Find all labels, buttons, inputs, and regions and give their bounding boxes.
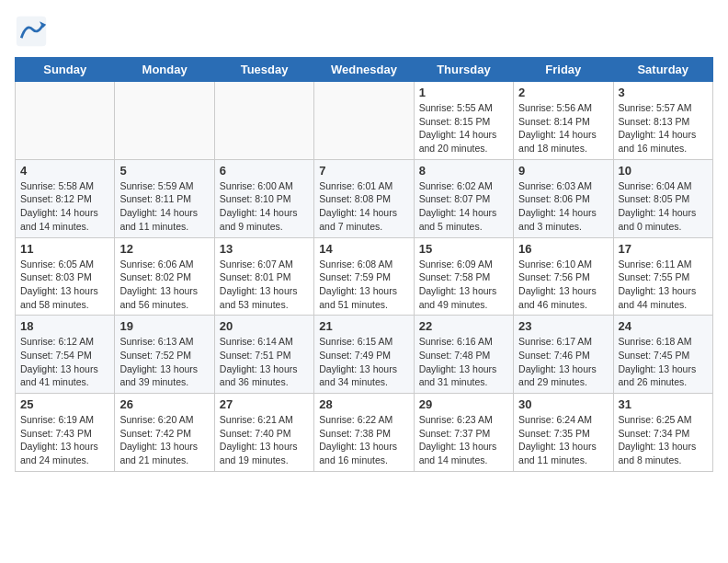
day-number-29: 29 xyxy=(419,397,508,411)
day-info-12: Sunrise: 6:06 AM Sunset: 8:02 PM Dayligh… xyxy=(119,258,209,312)
day-info-25: Sunrise: 6:19 AM Sunset: 7:43 PM Dayligh… xyxy=(20,413,109,467)
day-number-11: 11 xyxy=(20,242,109,256)
day-cell-17: 17Sunrise: 6:11 AM Sunset: 7:55 PM Dayli… xyxy=(613,237,712,316)
day-number-13: 13 xyxy=(220,242,309,256)
day-cell-7: 7Sunrise: 6:01 AM Sunset: 8:08 PM Daylig… xyxy=(314,159,414,237)
day-number-30: 30 xyxy=(518,397,608,411)
empty-cell xyxy=(214,82,313,160)
day-number-27: 27 xyxy=(220,397,309,411)
day-cell-30: 30Sunrise: 6:24 AM Sunset: 7:35 PM Dayli… xyxy=(514,394,613,472)
day-number-22: 22 xyxy=(419,319,508,333)
empty-cell xyxy=(314,82,414,160)
logo xyxy=(15,15,51,48)
day-number-16: 16 xyxy=(518,242,608,256)
weekday-wednesday: Wednesday xyxy=(314,58,414,82)
day-info-28: Sunrise: 6:22 AM Sunset: 7:38 PM Dayligh… xyxy=(319,413,408,467)
week-row-4: 18Sunrise: 6:12 AM Sunset: 7:54 PM Dayli… xyxy=(16,316,713,394)
day-cell-14: 14Sunrise: 6:08 AM Sunset: 7:59 PM Dayli… xyxy=(314,237,414,316)
week-row-1: 1Sunrise: 5:55 AM Sunset: 8:15 PM Daylig… xyxy=(16,82,713,160)
day-info-15: Sunrise: 6:09 AM Sunset: 7:58 PM Dayligh… xyxy=(419,258,508,312)
day-info-10: Sunrise: 6:04 AM Sunset: 8:05 PM Dayligh… xyxy=(619,179,708,234)
day-cell-10: 10Sunrise: 6:04 AM Sunset: 8:05 PM Dayli… xyxy=(613,159,712,237)
day-info-17: Sunrise: 6:11 AM Sunset: 7:55 PM Dayligh… xyxy=(619,258,708,312)
day-number-3: 3 xyxy=(619,86,708,99)
day-info-8: Sunrise: 6:02 AM Sunset: 8:07 PM Dayligh… xyxy=(419,179,508,234)
day-number-21: 21 xyxy=(319,319,408,333)
day-cell-8: 8Sunrise: 6:02 AM Sunset: 8:07 PM Daylig… xyxy=(414,159,513,237)
day-cell-24: 24Sunrise: 6:18 AM Sunset: 7:45 PM Dayli… xyxy=(613,316,712,394)
day-number-8: 8 xyxy=(419,164,508,178)
day-info-31: Sunrise: 6:25 AM Sunset: 7:34 PM Dayligh… xyxy=(619,413,708,467)
day-cell-13: 13Sunrise: 6:07 AM Sunset: 8:01 PM Dayli… xyxy=(214,237,313,316)
day-cell-3: 3Sunrise: 5:57 AM Sunset: 8:13 PM Daylig… xyxy=(613,82,712,160)
day-info-9: Sunrise: 6:03 AM Sunset: 8:06 PM Dayligh… xyxy=(518,179,608,234)
day-info-13: Sunrise: 6:07 AM Sunset: 8:01 PM Dayligh… xyxy=(220,258,309,312)
day-info-30: Sunrise: 6:24 AM Sunset: 7:35 PM Dayligh… xyxy=(518,413,608,467)
day-cell-11: 11Sunrise: 6:05 AM Sunset: 8:03 PM Dayli… xyxy=(16,237,115,316)
day-info-14: Sunrise: 6:08 AM Sunset: 7:59 PM Dayligh… xyxy=(319,258,408,312)
day-cell-20: 20Sunrise: 6:14 AM Sunset: 7:51 PM Dayli… xyxy=(214,316,313,394)
day-cell-28: 28Sunrise: 6:22 AM Sunset: 7:38 PM Dayli… xyxy=(314,394,414,472)
day-info-6: Sunrise: 6:00 AM Sunset: 8:10 PM Dayligh… xyxy=(220,179,309,234)
day-info-16: Sunrise: 6:10 AM Sunset: 7:56 PM Dayligh… xyxy=(518,258,608,312)
page-header xyxy=(15,15,713,48)
day-info-19: Sunrise: 6:13 AM Sunset: 7:52 PM Dayligh… xyxy=(119,335,209,389)
day-number-15: 15 xyxy=(419,242,508,256)
day-number-26: 26 xyxy=(119,397,209,411)
weekday-saturday: Saturday xyxy=(613,58,712,82)
day-cell-25: 25Sunrise: 6:19 AM Sunset: 7:43 PM Dayli… xyxy=(16,394,115,472)
day-info-1: Sunrise: 5:55 AM Sunset: 8:15 PM Dayligh… xyxy=(419,101,508,155)
day-info-23: Sunrise: 6:17 AM Sunset: 7:46 PM Dayligh… xyxy=(518,335,608,389)
day-number-19: 19 xyxy=(119,319,209,333)
weekday-row: SundayMondayTuesdayWednesdayThursdayFrid… xyxy=(16,58,713,82)
day-number-31: 31 xyxy=(619,397,708,411)
day-info-24: Sunrise: 6:18 AM Sunset: 7:45 PM Dayligh… xyxy=(619,335,708,389)
day-info-4: Sunrise: 5:58 AM Sunset: 8:12 PM Dayligh… xyxy=(20,179,109,234)
weekday-friday: Friday xyxy=(514,58,613,82)
day-cell-9: 9Sunrise: 6:03 AM Sunset: 8:06 PM Daylig… xyxy=(514,159,613,237)
day-number-17: 17 xyxy=(619,242,708,256)
week-row-3: 11Sunrise: 6:05 AM Sunset: 8:03 PM Dayli… xyxy=(16,237,713,316)
day-number-10: 10 xyxy=(619,164,708,178)
week-row-2: 4Sunrise: 5:58 AM Sunset: 8:12 PM Daylig… xyxy=(16,159,713,237)
weekday-thursday: Thursday xyxy=(414,58,513,82)
day-cell-29: 29Sunrise: 6:23 AM Sunset: 7:37 PM Dayli… xyxy=(414,394,513,472)
day-info-11: Sunrise: 6:05 AM Sunset: 8:03 PM Dayligh… xyxy=(20,258,109,312)
svg-rect-0 xyxy=(17,17,46,46)
calendar-table: SundayMondayTuesdayWednesdayThursdayFrid… xyxy=(15,57,713,472)
weekday-tuesday: Tuesday xyxy=(214,58,313,82)
day-info-5: Sunrise: 5:59 AM Sunset: 8:11 PM Dayligh… xyxy=(119,179,209,234)
day-number-9: 9 xyxy=(518,164,608,178)
day-cell-2: 2Sunrise: 5:56 AM Sunset: 8:14 PM Daylig… xyxy=(514,82,613,160)
day-info-21: Sunrise: 6:15 AM Sunset: 7:49 PM Dayligh… xyxy=(319,335,408,389)
day-number-14: 14 xyxy=(319,242,408,256)
day-info-20: Sunrise: 6:14 AM Sunset: 7:51 PM Dayligh… xyxy=(220,335,309,389)
day-info-3: Sunrise: 5:57 AM Sunset: 8:13 PM Dayligh… xyxy=(619,101,708,155)
day-number-25: 25 xyxy=(20,397,109,411)
day-cell-22: 22Sunrise: 6:16 AM Sunset: 7:48 PM Dayli… xyxy=(414,316,513,394)
day-number-4: 4 xyxy=(20,164,109,178)
day-number-24: 24 xyxy=(619,319,708,333)
empty-cell xyxy=(16,82,115,160)
day-info-7: Sunrise: 6:01 AM Sunset: 8:08 PM Dayligh… xyxy=(319,179,408,234)
day-number-23: 23 xyxy=(518,319,608,333)
weekday-sunday: Sunday xyxy=(16,58,115,82)
day-cell-27: 27Sunrise: 6:21 AM Sunset: 7:40 PM Dayli… xyxy=(214,394,313,472)
day-cell-1: 1Sunrise: 5:55 AM Sunset: 8:15 PM Daylig… xyxy=(414,82,513,160)
day-cell-18: 18Sunrise: 6:12 AM Sunset: 7:54 PM Dayli… xyxy=(16,316,115,394)
day-info-27: Sunrise: 6:21 AM Sunset: 7:40 PM Dayligh… xyxy=(220,413,309,467)
day-number-1: 1 xyxy=(419,86,508,99)
day-info-22: Sunrise: 6:16 AM Sunset: 7:48 PM Dayligh… xyxy=(419,335,508,389)
day-info-2: Sunrise: 5:56 AM Sunset: 8:14 PM Dayligh… xyxy=(518,101,608,155)
day-number-5: 5 xyxy=(119,164,209,178)
day-info-29: Sunrise: 6:23 AM Sunset: 7:37 PM Dayligh… xyxy=(419,413,508,467)
logo-icon xyxy=(15,15,48,48)
day-cell-21: 21Sunrise: 6:15 AM Sunset: 7:49 PM Dayli… xyxy=(314,316,414,394)
day-cell-19: 19Sunrise: 6:13 AM Sunset: 7:52 PM Dayli… xyxy=(115,316,214,394)
day-info-26: Sunrise: 6:20 AM Sunset: 7:42 PM Dayligh… xyxy=(119,413,209,467)
day-cell-31: 31Sunrise: 6:25 AM Sunset: 7:34 PM Dayli… xyxy=(613,394,712,472)
day-cell-23: 23Sunrise: 6:17 AM Sunset: 7:46 PM Dayli… xyxy=(514,316,613,394)
empty-cell xyxy=(115,82,214,160)
day-cell-6: 6Sunrise: 6:00 AM Sunset: 8:10 PM Daylig… xyxy=(214,159,313,237)
weekday-monday: Monday xyxy=(115,58,214,82)
